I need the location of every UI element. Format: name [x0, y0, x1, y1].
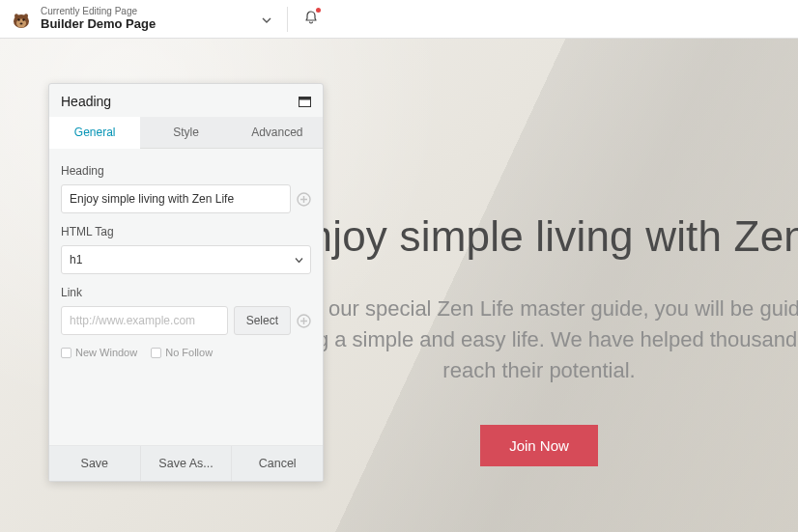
tab-style[interactable]: Style: [140, 117, 231, 148]
page-info: Currently Editing Page Builder Demo Page: [41, 6, 156, 31]
tab-general[interactable]: General: [49, 117, 140, 149]
join-now-button[interactable]: Join Now: [480, 425, 598, 466]
cancel-button[interactable]: Cancel: [232, 446, 323, 481]
heading-input[interactable]: [61, 184, 291, 213]
save-button[interactable]: Save: [49, 446, 141, 481]
notifications-button[interactable]: [303, 10, 319, 29]
beaver-logo-icon: [10, 8, 33, 31]
topbar: Currently Editing Page Builder Demo Page: [0, 0, 798, 39]
svg-point-5: [14, 14, 18, 17]
page-dropdown-toggle[interactable]: [262, 13, 271, 26]
html-tag-select[interactable]: h1: [61, 245, 311, 274]
save-as-button[interactable]: Save As...: [141, 446, 233, 481]
notification-dot-icon: [316, 8, 321, 13]
hero-sub-line: living a simple and easy life. We have h…: [280, 324, 798, 355]
checkbox-icon: [61, 348, 71, 358]
divider: [287, 7, 288, 32]
plus-icon[interactable]: [297, 192, 311, 207]
panel-footer: Save Save As... Cancel: [49, 445, 323, 481]
svg-point-2: [17, 18, 19, 20]
svg-point-3: [22, 18, 24, 20]
link-select-button[interactable]: Select: [234, 306, 291, 335]
heading-field-label: Heading: [61, 164, 311, 178]
no-follow-label: No Follow: [165, 347, 213, 358]
html-tag-value: h1: [61, 245, 311, 274]
page-title: Builder Demo Page: [41, 17, 156, 32]
svg-rect-8: [299, 97, 311, 99]
no-follow-checkbox[interactable]: No Follow: [151, 347, 213, 358]
panel-body: Heading HTML Tag h1 Link Select: [49, 149, 323, 445]
new-window-label: New Window: [75, 347, 137, 358]
panel-header[interactable]: Heading: [49, 84, 323, 117]
checkbox-icon: [151, 348, 161, 358]
link-label: Link: [61, 286, 311, 299]
panel-tabs: General Style Advanced: [49, 117, 323, 149]
plus-icon[interactable]: [297, 314, 311, 328]
svg-point-6: [24, 14, 28, 17]
tab-advanced[interactable]: Advanced: [232, 117, 323, 148]
maximize-icon[interactable]: [299, 97, 311, 107]
svg-point-4: [20, 22, 23, 24]
new-window-checkbox[interactable]: New Window: [61, 347, 137, 358]
hero-sub-line: With our special Zen Life master guide, …: [280, 294, 798, 324]
panel-title: Heading: [61, 94, 111, 109]
hero-sub-line: reach their potential.: [280, 355, 798, 386]
html-tag-label: HTML Tag: [61, 225, 311, 238]
heading-settings-panel: Heading General Style Advanced Heading H…: [48, 83, 324, 482]
link-input[interactable]: [61, 306, 228, 335]
